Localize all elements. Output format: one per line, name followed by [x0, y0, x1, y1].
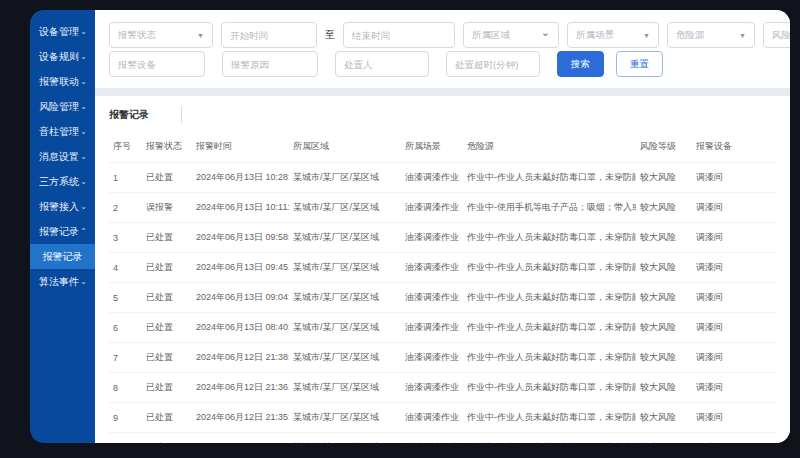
- alarm-device-input[interactable]: [109, 51, 205, 77]
- cell-status: 已处置: [142, 373, 192, 403]
- alarm-status-select[interactable]: 报警状态▼: [109, 22, 213, 48]
- cell-device: 调漆间: [692, 433, 776, 444]
- scene-select[interactable]: 所属场景▼: [567, 22, 659, 48]
- end-time-input[interactable]: [343, 22, 455, 48]
- sidebar-item[interactable]: 消息设置⌄: [30, 144, 95, 169]
- cell-scene: 油漆调漆作业: [401, 373, 463, 403]
- cell-device: 调漆间: [692, 283, 776, 313]
- handle-timeout-input[interactable]: [446, 51, 540, 77]
- filter-row-1: 报警状态▼至所属区域⌄所属场景▼危险源▼风险等级▼: [109, 22, 790, 48]
- filter-panel: 报警状态▼至所属区域⌄所属场景▼危险源▼风险等级▼ 搜索重置: [95, 10, 790, 88]
- cell-status: 已处置: [142, 163, 192, 193]
- column-header-device: 报警设备: [692, 131, 776, 163]
- sidebar-nav: 设备管理⌄设备规则⌄报警联动⌄风险管理⌄音柱管理⌄消息设置⌄三方系统⌄报警接入⌄…: [30, 19, 95, 294]
- select-placeholder: 风险等级: [772, 29, 790, 42]
- alarm-records-panel: 报警记录 序号报警状态报警时间所属区域所属场景危险源风险等级报警设备 1已处置2…: [95, 96, 790, 443]
- cell-scene: 油漆调漆作业: [401, 283, 463, 313]
- chevron-down-icon: ⌄: [80, 103, 87, 111]
- cell-no: 3: [109, 223, 142, 253]
- sidebar-item[interactable]: 风险管理⌄: [30, 94, 95, 119]
- main-content: 报警状态▼至所属区域⌄所属场景▼危险源▼风险等级▼ 搜索重置 报警记录 序号报警…: [95, 10, 790, 443]
- column-header-hazard: 危险源: [463, 131, 636, 163]
- cell-status: 已处置: [142, 313, 192, 343]
- cell-scene: 油漆调漆作业: [401, 313, 463, 343]
- app-background: 设备管理⌄设备规则⌄报警联动⌄风险管理⌄音柱管理⌄消息设置⌄三方系统⌄报警接入⌄…: [0, 0, 800, 458]
- table-row: 6已处置2024年06月13日 08:40:17某城市/某厂区/某区域油漆调漆作…: [109, 313, 776, 343]
- sidebar-subitem[interactable]: 报警记录: [30, 244, 95, 269]
- cell-no: 10: [109, 433, 142, 444]
- cell-time: 2024年06月13日 09:58:55: [192, 223, 289, 253]
- column-header-region: 所属区域: [289, 131, 401, 163]
- cell-region: 某城市/某厂区/某区域: [289, 403, 401, 433]
- sidebar-item-label: 报警接入: [39, 200, 79, 214]
- table-row: 10已处置2024年06月12日 21:11:16某城市/某厂区/某区域油漆调漆…: [109, 433, 776, 444]
- sidebar-item-label: 算法事件: [39, 275, 79, 289]
- table-row: 3已处置2024年06月13日 09:58:55某城市/某厂区/某区域油漆调漆作…: [109, 223, 776, 253]
- cell-scene: 油漆调漆作业: [401, 343, 463, 373]
- sidebar-item[interactable]: 音柱管理⌄: [30, 119, 95, 144]
- table-row: 1已处置2024年06月13日 10:28:20某城市/某厂区/某区域油漆调漆作…: [109, 163, 776, 193]
- table-row: 4已处置2024年06月13日 09:45:43某城市/某厂区/某区域油漆调漆作…: [109, 253, 776, 283]
- cell-status: 已处置: [142, 343, 192, 373]
- sidebar-item-label: 设备管理: [39, 25, 79, 39]
- sidebar-item[interactable]: 设备管理⌄: [30, 19, 95, 44]
- reset-button[interactable]: 重置: [616, 51, 663, 77]
- table-header-row: 序号报警状态报警时间所属区域所属场景危险源风险等级报警设备: [109, 131, 776, 163]
- sidebar-item[interactable]: 报警接入⌄: [30, 194, 95, 219]
- cell-scene: 油漆调漆作业: [401, 223, 463, 253]
- sidebar-item-label: 音柱管理: [39, 125, 79, 139]
- cell-status: 已处置: [142, 403, 192, 433]
- cell-hazard: 作业中-作业人员未戴好防毒口罩，未穿防静电服: [463, 343, 636, 373]
- cell-device: 调漆间: [692, 223, 776, 253]
- sidebar-item-label: 设备规则: [39, 50, 79, 64]
- sidebar-item-label: 消息设置: [39, 150, 79, 164]
- cell-time: 2024年06月13日 08:40:17: [192, 313, 289, 343]
- cell-time: 2024年06月13日 09:04:41: [192, 283, 289, 313]
- start-time-input[interactable]: [221, 22, 317, 48]
- cell-region: 某城市/某厂区/某区域: [289, 253, 401, 283]
- table-row: 9已处置2024年06月12日 21:35:23某城市/某厂区/某区域油漆调漆作…: [109, 403, 776, 433]
- cell-region: 某城市/某厂区/某区域: [289, 283, 401, 313]
- chevron-down-icon: ⌄: [80, 278, 87, 286]
- risk-level-select[interactable]: 风险等级▼: [763, 22, 790, 48]
- filter-row-2: 搜索重置: [109, 51, 790, 77]
- cell-no: 7: [109, 343, 142, 373]
- cell-scene: 油漆调漆作业: [401, 253, 463, 283]
- column-header-scene: 所属场景: [401, 131, 463, 163]
- sidebar-item[interactable]: 报警记录⌃: [30, 219, 95, 244]
- chevron-down-icon: ⌄: [80, 203, 87, 211]
- cell-level: 较大风险: [636, 223, 692, 253]
- chevron-down-icon: ▼: [643, 32, 650, 39]
- sidebar-item-label: 报警联动: [39, 75, 79, 89]
- cell-level: 较大风险: [636, 253, 692, 283]
- cell-hazard: 作业中-作业人员未戴好防毒口罩，未穿防静电服: [463, 433, 636, 444]
- sidebar-item[interactable]: 三方系统⌄: [30, 169, 95, 194]
- cell-device: 调漆间: [692, 253, 776, 283]
- cell-level: 较大风险: [636, 313, 692, 343]
- cell-level: 较大风险: [636, 193, 692, 223]
- table-row: 2误报警2024年06月13日 10:11:32某城市/某厂区/某区域油漆调漆作…: [109, 193, 776, 223]
- sidebar-item[interactable]: 算法事件⌄: [30, 269, 95, 294]
- select-placeholder: 危险源: [676, 29, 705, 42]
- cell-level: 较大风险: [636, 163, 692, 193]
- region-select[interactable]: 所属区域⌄: [463, 22, 559, 48]
- cell-time: 2024年06月12日 21:36:31: [192, 373, 289, 403]
- cell-time: 2024年06月12日 21:38:29: [192, 343, 289, 373]
- cell-hazard: 作业中-作业人员未戴好防毒口罩，未穿防静电服: [463, 163, 636, 193]
- cell-status: 已处置: [142, 283, 192, 313]
- cell-hazard: 作业中-作业人员未戴好防毒口罩，未穿防静电服: [463, 223, 636, 253]
- cell-device: 调漆间: [692, 163, 776, 193]
- alarm-reason-input[interactable]: [222, 51, 318, 77]
- select-placeholder: 报警状态: [118, 29, 156, 42]
- hazard-select[interactable]: 危险源▼: [667, 22, 755, 48]
- sidebar-item[interactable]: 报警联动⌄: [30, 69, 95, 94]
- chevron-down-icon: ⌄: [80, 28, 87, 36]
- cell-scene: 油漆调漆作业: [401, 433, 463, 444]
- panel-title: 报警记录: [109, 108, 149, 122]
- search-button[interactable]: 搜索: [557, 51, 604, 77]
- sidebar-item[interactable]: 设备规则⌄: [30, 44, 95, 69]
- cell-no: 9: [109, 403, 142, 433]
- sidebar-item-label: 风险管理: [39, 100, 79, 114]
- handler-input[interactable]: [335, 51, 429, 77]
- cell-time: 2024年06月12日 21:35:23: [192, 403, 289, 433]
